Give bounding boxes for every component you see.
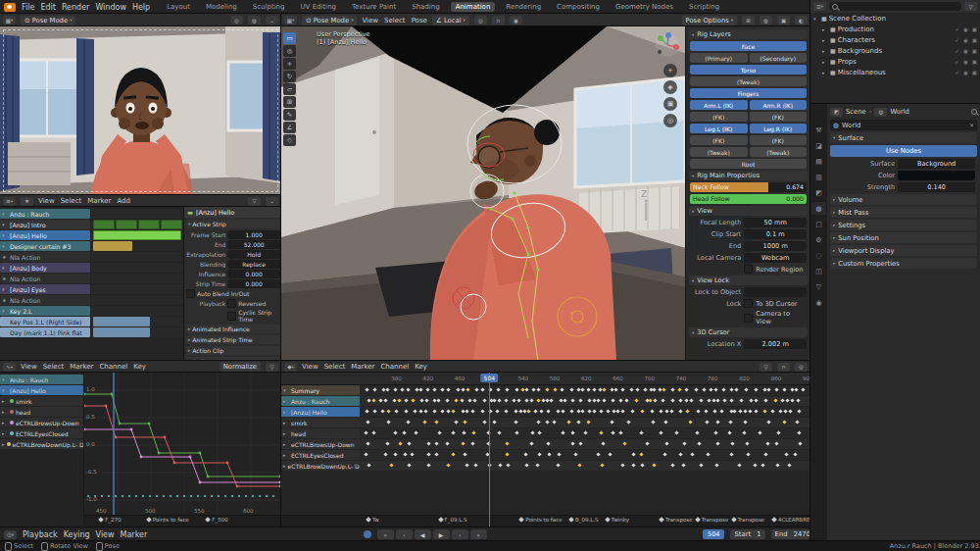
keyframe-diamond[interactable] [407, 420, 411, 424]
editor-type-icon[interactable]: ≡▾ [3, 197, 16, 206]
keyframe-diamond[interactable] [470, 441, 474, 445]
dope-channel-ectrlbrowsup-down[interactable]: ▸eCTRLBrowsUp-Down [281, 439, 360, 449]
keyframe-diamond[interactable] [404, 409, 408, 413]
keyframe-diamond[interactable] [754, 409, 758, 413]
disable-render-icon[interactable]: ▣ [972, 59, 977, 65]
use-nodes-button[interactable]: Use Nodes [830, 145, 977, 157]
keyframe-diamond[interactable] [506, 452, 510, 456]
expand-arrow-icon[interactable]: ▸ [822, 59, 828, 65]
keyframe-diamond[interactable] [635, 398, 639, 402]
nla-track-lane[interactable] [91, 284, 183, 294]
properties-tab-object-data[interactable]: ▽ [811, 280, 826, 293]
keyframe-diamond[interactable] [366, 441, 369, 445]
keyframe-diamond[interactable] [662, 452, 666, 456]
keyframe-diamond[interactable] [454, 420, 458, 424]
keyframe-diamond[interactable] [514, 420, 517, 424]
keyframe-diamond[interactable] [546, 409, 550, 413]
dope-channel-smirk[interactable]: ▸smirk [281, 418, 360, 427]
keyframe-diamond[interactable] [419, 409, 423, 413]
checkbox-icon[interactable]: ✓ [955, 48, 959, 54]
keyframe-diamond[interactable] [719, 409, 723, 413]
keyframe-diamond[interactable] [372, 430, 376, 434]
outliner-row-characters[interactable]: ▸▦Characters✓◉▣ [810, 34, 980, 45]
auto-blend-checkbox[interactable] [186, 289, 195, 298]
pose-options-dropdown[interactable]: Pose Options▾ [682, 16, 737, 25]
keyframe-diamond[interactable] [533, 409, 537, 413]
properties-tab-constraints[interactable]: ◫ [811, 265, 826, 277]
keyframe-diamond[interactable] [733, 409, 737, 413]
keyframe-diamond[interactable] [537, 387, 541, 391]
keyframe-diamond[interactable] [799, 441, 803, 445]
keyframe-diamond[interactable] [795, 387, 799, 391]
keyframe-diamond[interactable] [440, 387, 444, 391]
properties-tab-output[interactable]: ▤ [811, 155, 826, 168]
keyframe-diamond[interactable] [746, 452, 750, 456]
keyframe-diamond[interactable] [514, 409, 518, 413]
keyframe-diamond[interactable] [492, 420, 496, 424]
scale-tool-icon[interactable]: ▱ [283, 83, 296, 95]
jump-to-prev-keyframe-button[interactable]: ‹ [396, 529, 413, 539]
workspace-tab-compositing[interactable]: Compositing [552, 2, 605, 12]
keyframe-diamond[interactable] [540, 409, 544, 413]
keyframe-diamond[interactable] [446, 463, 450, 467]
keyframe-diamond[interactable] [432, 409, 436, 413]
jump-to-next-keyframe-button[interactable]: › [452, 529, 468, 539]
dropdown-icon[interactable]: ⌄ [266, 197, 278, 206]
keyframe-diamond[interactable] [407, 387, 411, 391]
normalize-button[interactable]: Normalize [220, 362, 261, 372]
checkbox-icon[interactable]: ✓ [955, 37, 959, 43]
keyframe-diamond[interactable] [611, 398, 614, 402]
keyframe-diamond[interactable] [471, 409, 475, 413]
keyframe-diamond[interactable] [705, 420, 709, 424]
keyframe-diamond[interactable] [743, 409, 747, 413]
keyframe-diamond[interactable] [529, 441, 533, 445]
strength-field[interactable]: 0.140 [898, 182, 975, 192]
workspace-tab-sculpting[interactable]: Sculpting [248, 2, 290, 12]
keyframe-diamond[interactable] [466, 387, 470, 391]
keyframe-diamond[interactable] [393, 387, 397, 391]
timeline-marker[interactable]: F_500 [206, 517, 227, 523]
expand-arrow-icon[interactable]: ▸ [822, 37, 828, 43]
editor-type-icon[interactable]: ▦▾ [284, 16, 297, 25]
keyframe-diamond[interactable] [411, 398, 415, 402]
keyframe-diamond[interactable] [606, 409, 610, 413]
options-icon[interactable]: ⌄ [266, 16, 278, 25]
camera-preview-viewport[interactable] [0, 26, 281, 195]
keyframe-diamond[interactable] [728, 430, 732, 434]
nla-track-lane[interactable] [91, 263, 183, 273]
keyframe-diamond[interactable] [790, 398, 794, 402]
keyframe-diamond[interactable] [557, 463, 561, 467]
keyframe-diamond[interactable] [670, 387, 674, 391]
outliner-row-production[interactable]: ▸▦Production✓◉▣ [810, 24, 980, 34]
editor-type-icon[interactable]: ◆▾ [284, 363, 297, 372]
keyframe-diamond[interactable] [682, 441, 686, 445]
annotate-tool-icon[interactable]: ✎ [283, 109, 296, 121]
menu-key[interactable]: Key [133, 363, 146, 371]
keyframe-diamond[interactable] [641, 409, 645, 413]
keyframe-diamond[interactable] [464, 420, 467, 424]
keyframe-diamond[interactable] [580, 387, 584, 391]
keyframe-diamond[interactable] [472, 430, 476, 434]
keyframe-diamond[interactable] [677, 387, 681, 391]
jump-to-end-button[interactable]: » [470, 529, 487, 539]
outliner-row-props[interactable]: ▸▦Props✓◉▣ [810, 56, 980, 67]
nla-track-lane[interactable] [91, 317, 183, 326]
keyframe-diamond[interactable] [570, 441, 574, 445]
menu-add[interactable]: Add [117, 197, 130, 205]
keyframe-diamond[interactable] [420, 398, 424, 402]
properties-tab-modifiers[interactable]: ⚙ [811, 233, 826, 246]
keyframe-diamond[interactable] [482, 420, 486, 424]
keyframe-diamond[interactable] [707, 452, 710, 456]
nla-track-lane[interactable] [91, 295, 183, 305]
timeline-marker[interactable]: Transpose [732, 517, 765, 523]
keyframe-row[interactable] [360, 450, 810, 460]
rotate-tool-icon[interactable]: ↻ [283, 71, 296, 82]
mode-select[interactable]: ⊙ Pose Mode▾ [21, 16, 75, 25]
menu-view[interactable]: View [302, 363, 318, 371]
keyframe-diamond[interactable] [456, 387, 460, 391]
keyframe-diamond[interactable] [512, 398, 515, 402]
lock-to-object-field[interactable] [744, 287, 807, 297]
rig-layer-button--tweak-[interactable]: (Tweak) [750, 147, 808, 157]
camera-to-view-checkbox[interactable] [744, 314, 753, 323]
keyframe-diamond[interactable] [569, 387, 573, 391]
